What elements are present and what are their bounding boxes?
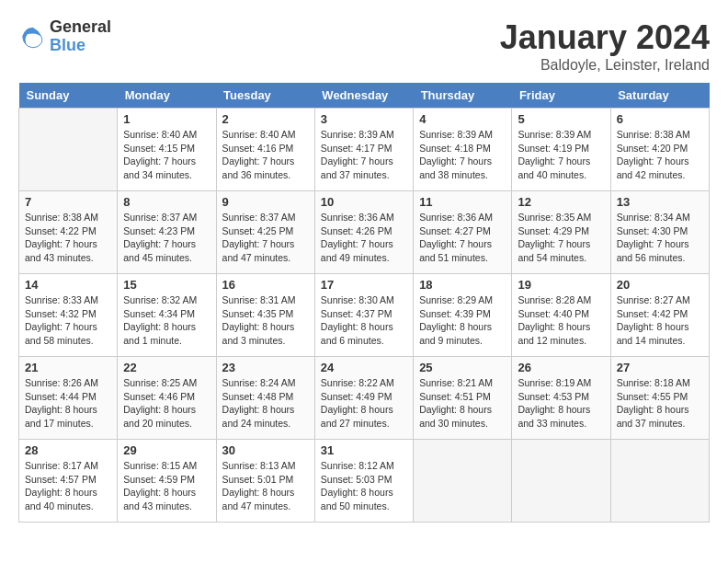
calendar-cell: 30Sunrise: 8:13 AMSunset: 5:01 PMDayligh… bbox=[216, 440, 314, 523]
day-info: Sunrise: 8:15 AMSunset: 4:59 PMDaylight:… bbox=[123, 459, 210, 513]
col-saturday: Saturday bbox=[610, 83, 709, 109]
calendar-week-3: 14Sunrise: 8:33 AMSunset: 4:32 PMDayligh… bbox=[19, 274, 710, 357]
day-info: Sunrise: 8:32 AMSunset: 4:34 PMDaylight:… bbox=[123, 293, 210, 348]
day-info: Sunrise: 8:22 AMSunset: 4:49 PMDaylight:… bbox=[321, 376, 407, 431]
day-info: Sunrise: 8:31 AMSunset: 4:35 PMDaylight:… bbox=[222, 293, 309, 348]
calendar-cell: 27Sunrise: 8:18 AMSunset: 4:55 PMDayligh… bbox=[610, 357, 709, 440]
calendar-title: January 2024 bbox=[500, 18, 710, 57]
calendar-table: Sunday Monday Tuesday Wednesday Thursday… bbox=[18, 83, 710, 523]
calendar-cell bbox=[610, 440, 709, 523]
calendar-cell: 25Sunrise: 8:21 AMSunset: 4:51 PMDayligh… bbox=[414, 357, 512, 440]
calendar-cell: 9Sunrise: 8:37 AMSunset: 4:25 PMDaylight… bbox=[216, 191, 314, 274]
day-number: 28 bbox=[25, 443, 111, 457]
calendar-cell: 22Sunrise: 8:25 AMSunset: 4:46 PMDayligh… bbox=[118, 357, 216, 440]
calendar-cell bbox=[512, 440, 610, 523]
calendar-cell: 19Sunrise: 8:28 AMSunset: 4:40 PMDayligh… bbox=[512, 274, 610, 357]
day-info: Sunrise: 8:28 AMSunset: 4:40 PMDaylight:… bbox=[518, 293, 604, 348]
day-info: Sunrise: 8:13 AMSunset: 5:01 PMDaylight:… bbox=[222, 459, 309, 513]
day-number: 25 bbox=[419, 361, 506, 374]
calendar-cell: 20Sunrise: 8:27 AMSunset: 4:42 PMDayligh… bbox=[610, 274, 709, 357]
day-number: 29 bbox=[123, 443, 210, 457]
day-number: 23 bbox=[222, 361, 309, 374]
calendar-week-5: 28Sunrise: 8:17 AMSunset: 4:57 PMDayligh… bbox=[19, 440, 710, 523]
day-info: Sunrise: 8:37 AMSunset: 4:23 PMDaylight:… bbox=[123, 211, 210, 265]
calendar-cell: 21Sunrise: 8:26 AMSunset: 4:44 PMDayligh… bbox=[19, 357, 118, 440]
day-number: 14 bbox=[25, 278, 111, 292]
day-number: 3 bbox=[321, 112, 407, 126]
day-number: 30 bbox=[222, 443, 309, 457]
day-number: 19 bbox=[518, 278, 604, 292]
calendar-cell: 6Sunrise: 8:38 AMSunset: 4:20 PMDaylight… bbox=[610, 109, 709, 191]
calendar-cell: 15Sunrise: 8:32 AMSunset: 4:34 PMDayligh… bbox=[118, 274, 216, 357]
calendar-week-4: 21Sunrise: 8:26 AMSunset: 4:44 PMDayligh… bbox=[19, 357, 710, 440]
calendar-subtitle: Baldoyle, Leinster, Ireland bbox=[500, 57, 710, 74]
day-info: Sunrise: 8:36 AMSunset: 4:27 PMDaylight:… bbox=[419, 211, 506, 265]
calendar-cell: 13Sunrise: 8:34 AMSunset: 4:30 PMDayligh… bbox=[610, 191, 709, 274]
day-number: 9 bbox=[222, 195, 309, 209]
calendar-week-1: 1Sunrise: 8:40 AMSunset: 4:15 PMDaylight… bbox=[19, 109, 710, 191]
calendar-cell: 29Sunrise: 8:15 AMSunset: 4:59 PMDayligh… bbox=[118, 440, 216, 523]
calendar-cell: 14Sunrise: 8:33 AMSunset: 4:32 PMDayligh… bbox=[19, 274, 118, 357]
day-info: Sunrise: 8:27 AMSunset: 4:42 PMDaylight:… bbox=[617, 293, 703, 348]
day-info: Sunrise: 8:19 AMSunset: 4:53 PMDaylight:… bbox=[518, 376, 604, 431]
day-number: 22 bbox=[123, 361, 210, 374]
calendar-cell: 31Sunrise: 8:12 AMSunset: 5:03 PMDayligh… bbox=[314, 440, 413, 523]
day-info: Sunrise: 8:34 AMSunset: 4:30 PMDaylight:… bbox=[617, 211, 703, 265]
day-number: 2 bbox=[222, 112, 309, 126]
day-number: 20 bbox=[617, 278, 703, 292]
logo: General Blue bbox=[18, 18, 111, 55]
calendar-cell: 18Sunrise: 8:29 AMSunset: 4:39 PMDayligh… bbox=[414, 274, 512, 357]
col-monday: Monday bbox=[118, 83, 216, 109]
page-header: General Blue January 2024 Baldoyle, Lein… bbox=[18, 18, 710, 74]
day-info: Sunrise: 8:29 AMSunset: 4:39 PMDaylight:… bbox=[419, 293, 506, 348]
calendar-cell: 24Sunrise: 8:22 AMSunset: 4:49 PMDayligh… bbox=[314, 357, 413, 440]
calendar-cell: 23Sunrise: 8:24 AMSunset: 4:48 PMDayligh… bbox=[216, 357, 314, 440]
col-wednesday: Wednesday bbox=[314, 83, 413, 109]
day-info: Sunrise: 8:26 AMSunset: 4:44 PMDaylight:… bbox=[25, 376, 111, 431]
day-info: Sunrise: 8:35 AMSunset: 4:29 PMDaylight:… bbox=[518, 211, 604, 265]
calendar-week-2: 7Sunrise: 8:38 AMSunset: 4:22 PMDaylight… bbox=[19, 191, 710, 274]
day-info: Sunrise: 8:38 AMSunset: 4:20 PMDaylight:… bbox=[617, 128, 703, 182]
calendar-cell: 11Sunrise: 8:36 AMSunset: 4:27 PMDayligh… bbox=[414, 191, 512, 274]
day-info: Sunrise: 8:25 AMSunset: 4:46 PMDaylight:… bbox=[123, 376, 210, 431]
title-block: January 2024 Baldoyle, Leinster, Ireland bbox=[500, 18, 710, 74]
day-info: Sunrise: 8:21 AMSunset: 4:51 PMDaylight:… bbox=[419, 376, 506, 431]
calendar-cell bbox=[414, 440, 512, 523]
calendar-cell: 12Sunrise: 8:35 AMSunset: 4:29 PMDayligh… bbox=[512, 191, 610, 274]
day-number: 17 bbox=[321, 278, 407, 292]
day-info: Sunrise: 8:37 AMSunset: 4:25 PMDaylight:… bbox=[222, 211, 309, 265]
calendar-cell: 17Sunrise: 8:30 AMSunset: 4:37 PMDayligh… bbox=[314, 274, 413, 357]
day-number: 8 bbox=[123, 195, 210, 209]
logo-general: General bbox=[50, 18, 111, 37]
day-number: 21 bbox=[25, 361, 111, 374]
day-number: 10 bbox=[321, 195, 407, 209]
day-info: Sunrise: 8:39 AMSunset: 4:18 PMDaylight:… bbox=[419, 128, 506, 182]
logo-text: General Blue bbox=[50, 18, 111, 55]
day-info: Sunrise: 8:40 AMSunset: 4:16 PMDaylight:… bbox=[222, 128, 309, 182]
day-number: 4 bbox=[419, 112, 506, 126]
calendar-cell: 5Sunrise: 8:39 AMSunset: 4:19 PMDaylight… bbox=[512, 109, 610, 191]
calendar-cell: 16Sunrise: 8:31 AMSunset: 4:35 PMDayligh… bbox=[216, 274, 314, 357]
header-row: Sunday Monday Tuesday Wednesday Thursday… bbox=[19, 83, 710, 109]
calendar-cell: 7Sunrise: 8:38 AMSunset: 4:22 PMDaylight… bbox=[19, 191, 118, 274]
calendar-cell: 10Sunrise: 8:36 AMSunset: 4:26 PMDayligh… bbox=[314, 191, 413, 274]
day-number: 5 bbox=[518, 112, 604, 126]
col-sunday: Sunday bbox=[19, 83, 118, 109]
calendar-cell: 3Sunrise: 8:39 AMSunset: 4:17 PMDaylight… bbox=[314, 109, 413, 191]
day-number: 24 bbox=[321, 361, 407, 374]
calendar-cell: 28Sunrise: 8:17 AMSunset: 4:57 PMDayligh… bbox=[19, 440, 118, 523]
day-info: Sunrise: 8:18 AMSunset: 4:55 PMDaylight:… bbox=[617, 376, 703, 431]
col-tuesday: Tuesday bbox=[216, 83, 314, 109]
day-number: 11 bbox=[419, 195, 506, 209]
day-info: Sunrise: 8:38 AMSunset: 4:22 PMDaylight:… bbox=[25, 211, 111, 265]
day-info: Sunrise: 8:39 AMSunset: 4:17 PMDaylight:… bbox=[321, 128, 407, 182]
day-info: Sunrise: 8:36 AMSunset: 4:26 PMDaylight:… bbox=[321, 211, 407, 265]
col-thursday: Thursday bbox=[414, 83, 512, 109]
day-number: 12 bbox=[518, 195, 604, 209]
day-info: Sunrise: 8:39 AMSunset: 4:19 PMDaylight:… bbox=[518, 128, 604, 182]
logo-icon bbox=[18, 23, 46, 51]
day-info: Sunrise: 8:40 AMSunset: 4:15 PMDaylight:… bbox=[123, 128, 210, 182]
day-info: Sunrise: 8:17 AMSunset: 4:57 PMDaylight:… bbox=[25, 459, 111, 513]
day-info: Sunrise: 8:33 AMSunset: 4:32 PMDaylight:… bbox=[25, 293, 111, 348]
day-number: 6 bbox=[617, 112, 703, 126]
